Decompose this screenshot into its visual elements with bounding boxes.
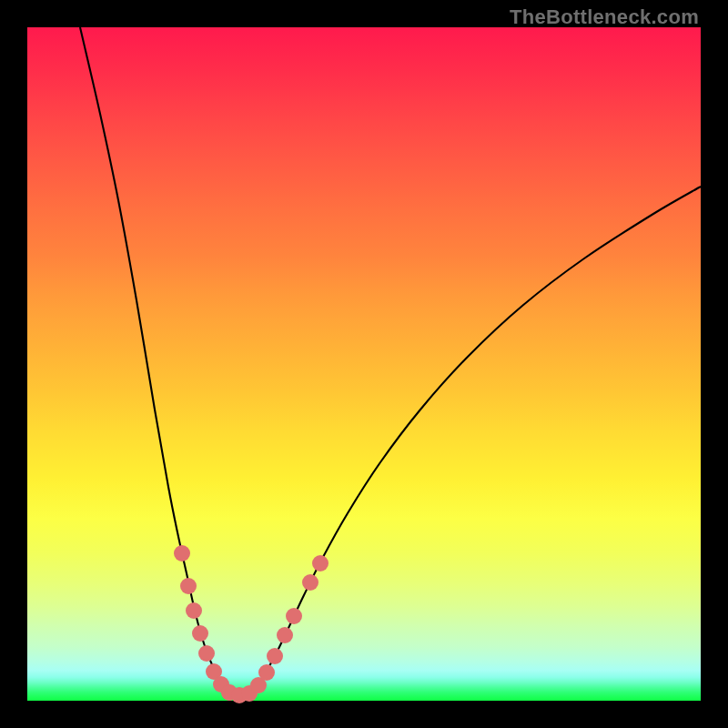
curve-dot bbox=[302, 574, 318, 591]
curve-dots-group bbox=[174, 545, 329, 703]
curve-dot bbox=[258, 664, 275, 681]
curve-left-branch bbox=[80, 27, 230, 694]
curve-dot bbox=[198, 645, 215, 662]
curve-dot bbox=[277, 627, 293, 643]
curve-dot bbox=[192, 625, 208, 642]
curve-dot bbox=[267, 648, 283, 664]
watermark-text: TheBottleneck.com bbox=[510, 5, 699, 29]
curve-dot bbox=[186, 602, 202, 619]
curve-dot bbox=[180, 578, 197, 594]
curve-right-branch bbox=[248, 187, 701, 694]
chart-svg bbox=[27, 27, 701, 701]
curve-dot bbox=[312, 555, 329, 571]
curve-dot bbox=[286, 608, 302, 624]
curve-dot bbox=[174, 545, 190, 561]
